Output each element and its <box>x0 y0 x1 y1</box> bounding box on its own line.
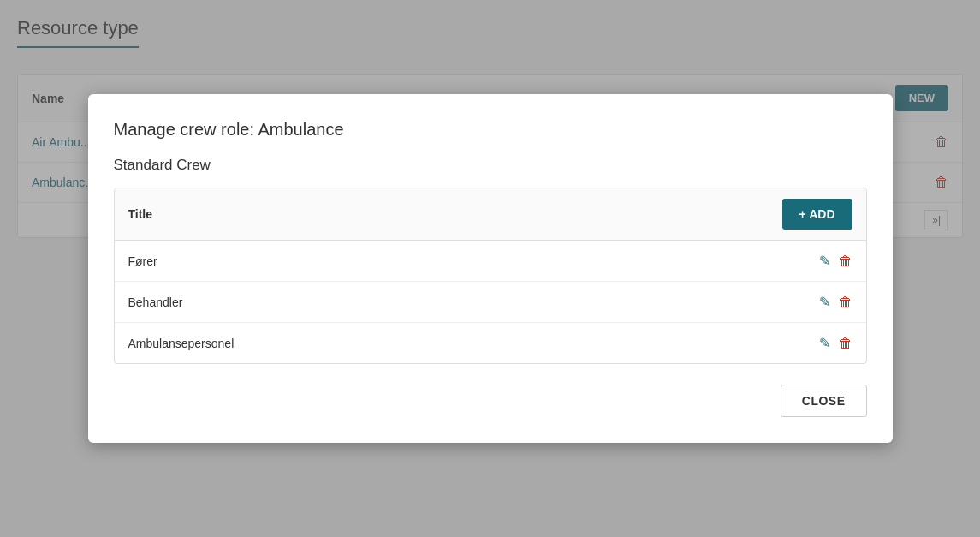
delete-icon[interactable]: 🗑 <box>839 336 852 351</box>
add-button[interactable]: + ADD <box>782 199 852 230</box>
modal-dialog: Manage crew role: Ambulance Standard Cre… <box>88 94 893 443</box>
edit-icon[interactable]: ✎ <box>819 294 830 310</box>
table-row: Behandler ✎ 🗑 <box>115 282 866 323</box>
modal-overlay: Manage crew role: Ambulance Standard Cre… <box>0 0 980 537</box>
crew-role-label: Behandler <box>128 295 819 309</box>
row-actions: ✎ 🗑 <box>819 294 852 310</box>
crew-role-label: Fører <box>128 254 819 268</box>
crew-role-table: Title + ADD Fører ✎ 🗑 Behandler ✎ 🗑 Ambu… <box>114 188 867 364</box>
modal-footer: CLOSE <box>114 385 867 417</box>
title-column-header: Title <box>128 207 153 221</box>
delete-icon[interactable]: 🗑 <box>839 295 852 310</box>
crew-table-header: Title + ADD <box>115 188 866 241</box>
table-row: Fører ✎ 🗑 <box>115 241 866 282</box>
row-actions: ✎ 🗑 <box>819 253 852 269</box>
row-actions: ✎ 🗑 <box>819 335 852 351</box>
close-button[interactable]: CLOSE <box>781 385 867 417</box>
edit-icon[interactable]: ✎ <box>819 253 830 269</box>
edit-icon[interactable]: ✎ <box>819 335 830 351</box>
delete-icon[interactable]: 🗑 <box>839 254 852 269</box>
table-row: Ambulansepersonel ✎ 🗑 <box>115 323 866 363</box>
section-title: Standard Crew <box>114 157 867 174</box>
modal-title: Manage crew role: Ambulance <box>114 120 867 140</box>
crew-role-label: Ambulansepersonel <box>128 337 819 350</box>
